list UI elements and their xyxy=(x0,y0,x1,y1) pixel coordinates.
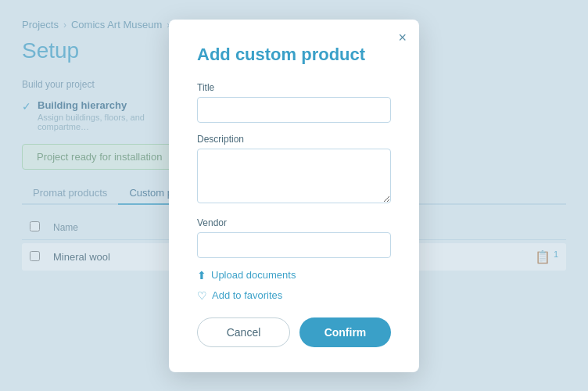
upload-documents-link[interactable]: ⬆ Upload documents xyxy=(197,269,391,282)
favorites-label: Add to favorites xyxy=(212,289,282,301)
upload-icon: ⬆ xyxy=(197,269,206,282)
modal-overlay: × Add custom product Title Description V… xyxy=(0,0,588,391)
heart-icon: ♡ xyxy=(197,289,207,302)
description-field-label: Description xyxy=(197,134,391,145)
upload-label: Upload documents xyxy=(211,269,296,281)
cancel-button[interactable]: Cancel xyxy=(197,317,290,347)
modal-actions: Cancel Confirm xyxy=(197,317,391,347)
description-input[interactable] xyxy=(197,149,391,203)
modal-title: Add custom product xyxy=(197,45,391,65)
title-field-label: Title xyxy=(197,82,391,93)
vendor-input[interactable] xyxy=(197,232,391,258)
title-input[interactable] xyxy=(197,97,391,123)
vendor-field-label: Vendor xyxy=(197,217,391,228)
add-favorites-link[interactable]: ♡ Add to favorites xyxy=(197,289,391,302)
confirm-button[interactable]: Confirm xyxy=(299,317,391,347)
modal-add-custom-product: × Add custom product Title Description V… xyxy=(169,20,419,372)
modal-close-button[interactable]: × xyxy=(398,30,407,45)
